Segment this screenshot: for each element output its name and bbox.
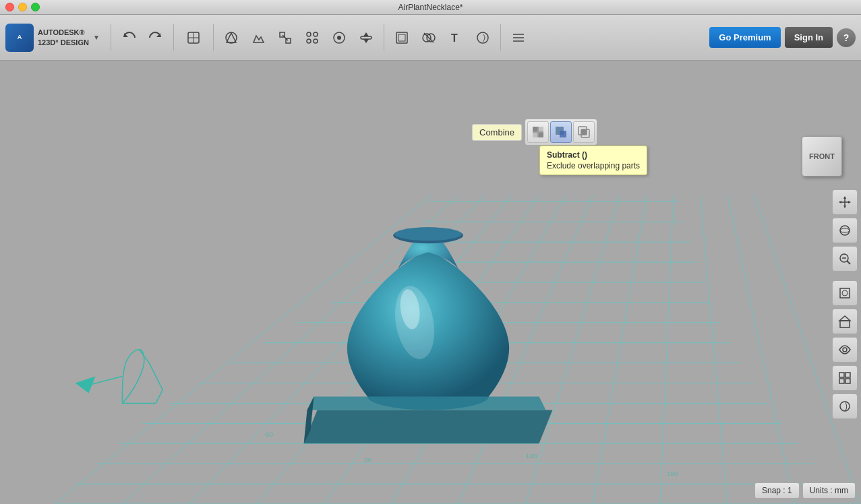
- combine-intersect-button[interactable]: [573, 121, 595, 143]
- svg-rect-19: [396, 32, 407, 43]
- redo-button[interactable]: [144, 26, 168, 50]
- toolbar: A AUTODESK® 123D° DESIGN ▼: [0, 15, 861, 61]
- view3d-button[interactable]: [390, 26, 414, 50]
- svg-point-64: [394, 227, 462, 241]
- logo-dropdown[interactable]: ▼: [93, 34, 100, 41]
- right-tools-sep1: [834, 276, 858, 276]
- home-view-button[interactable]: [832, 309, 858, 334]
- svg-rect-95: [840, 321, 850, 327]
- svg-text:T: T: [451, 32, 458, 44]
- pattern-button[interactable]: [300, 26, 324, 50]
- scene-canvas[interactable]: -50 50 100 150: [0, 61, 861, 504]
- svg-marker-85: [843, 206, 846, 208]
- sep2: [173, 24, 174, 51]
- svg-rect-99: [845, 373, 850, 377]
- material-button[interactable]: [832, 393, 858, 419]
- svg-rect-16: [361, 36, 372, 39]
- grid-view-button[interactable]: [832, 365, 858, 391]
- minimize-button[interactable]: [18, 3, 27, 11]
- layers-button[interactable]: [506, 26, 531, 50]
- sep4: [384, 24, 384, 51]
- svg-point-13: [314, 39, 318, 43]
- tooltip-description: Exclude overlapping parts: [547, 161, 640, 170]
- sep5: [500, 24, 501, 51]
- boolean-button[interactable]: [417, 26, 441, 50]
- right-tools: [831, 189, 861, 420]
- svg-marker-87: [848, 201, 851, 203]
- sep1: [111, 24, 111, 51]
- toolbar-right: Go Premium Sign In ?: [709, 27, 856, 48]
- combine-popup: Combine: [472, 119, 597, 146]
- zoom-tool-button[interactable]: [832, 246, 858, 272]
- view-cube-face[interactable]: FRONT: [802, 136, 842, 177]
- primitives-button[interactable]: [179, 24, 208, 52]
- svg-rect-93: [840, 288, 850, 298]
- svg-marker-18: [363, 39, 369, 43]
- svg-rect-81: [581, 129, 587, 135]
- shapes-button[interactable]: [219, 26, 243, 50]
- titlebar: AirPlantNecklace*: [0, 0, 861, 15]
- transform-button[interactable]: [354, 26, 378, 50]
- pan-tool-button[interactable]: [832, 189, 858, 215]
- combine-buttons: [525, 119, 597, 146]
- view-cube[interactable]: FRONT: [802, 136, 842, 177]
- units-button[interactable]: Units : mm: [802, 482, 856, 499]
- window-title: AirPlantNecklace*: [398, 3, 463, 12]
- combine-label: Combine: [472, 124, 522, 141]
- svg-marker-84: [843, 196, 846, 199]
- orbit-tool-button[interactable]: [832, 218, 858, 243]
- svg-rect-20: [398, 34, 405, 41]
- tooltip-title: Subtract (): [547, 150, 640, 160]
- svg-text:50: 50: [364, 456, 372, 464]
- visibility-button[interactable]: [832, 337, 858, 363]
- maximize-button[interactable]: [31, 3, 40, 11]
- svg-point-94: [842, 290, 848, 296]
- svg-text:150: 150: [667, 470, 678, 477]
- go-premium-button[interactable]: Go Premium: [709, 27, 780, 48]
- fit-view-button[interactable]: [832, 280, 858, 306]
- svg-rect-100: [839, 379, 844, 383]
- svg-line-9: [283, 35, 288, 40]
- svg-point-102: [840, 402, 850, 411]
- svg-point-11: [314, 32, 318, 36]
- svg-line-91: [847, 261, 850, 264]
- snap-button[interactable]: Snap : 1: [754, 482, 800, 499]
- svg-point-14: [337, 36, 341, 40]
- svg-marker-6: [227, 33, 236, 42]
- svg-point-12: [307, 39, 311, 43]
- svg-text:-50: -50: [264, 431, 274, 438]
- sep3: [213, 24, 214, 51]
- svg-marker-59: [304, 410, 553, 443]
- sign-in-button[interactable]: Sign In: [785, 27, 833, 48]
- construct-button[interactable]: [273, 26, 297, 50]
- svg-marker-96: [839, 316, 850, 321]
- svg-point-88: [840, 226, 850, 235]
- measure-button[interactable]: [471, 26, 495, 50]
- svg-rect-101: [845, 379, 850, 383]
- svg-marker-17: [363, 32, 369, 36]
- snap-bar: Snap : 1 Units : mm: [754, 482, 856, 499]
- combine-merge-button[interactable]: [527, 121, 549, 143]
- subtract-tooltip: Subtract () Exclude overlapping parts: [539, 146, 647, 175]
- combine-subtract-button[interactable]: [550, 121, 572, 143]
- logo-text: AUTODESK® 123D° DESIGN: [38, 28, 89, 47]
- help-button[interactable]: ?: [837, 28, 856, 47]
- sketch-button[interactable]: [246, 26, 270, 50]
- svg-rect-98: [839, 373, 844, 377]
- undo-button[interactable]: [117, 26, 141, 50]
- text-button[interactable]: T: [444, 26, 468, 50]
- svg-point-89: [840, 228, 850, 232]
- svg-text:100: 100: [526, 452, 537, 460]
- close-button[interactable]: [5, 3, 14, 11]
- svg-point-10: [307, 32, 311, 36]
- svg-point-97: [843, 348, 847, 352]
- snap-button[interactable]: [327, 26, 351, 50]
- svg-marker-86: [839, 201, 841, 203]
- svg-rect-76: [533, 131, 539, 137]
- logo-icon[interactable]: A: [5, 24, 34, 52]
- logo-area: A AUTODESK® 123D° DESIGN ▼: [5, 24, 100, 52]
- svg-rect-78: [560, 131, 566, 137]
- viewport: -50 50 100 150 Combine: [0, 61, 861, 504]
- traffic-lights: [5, 3, 40, 11]
